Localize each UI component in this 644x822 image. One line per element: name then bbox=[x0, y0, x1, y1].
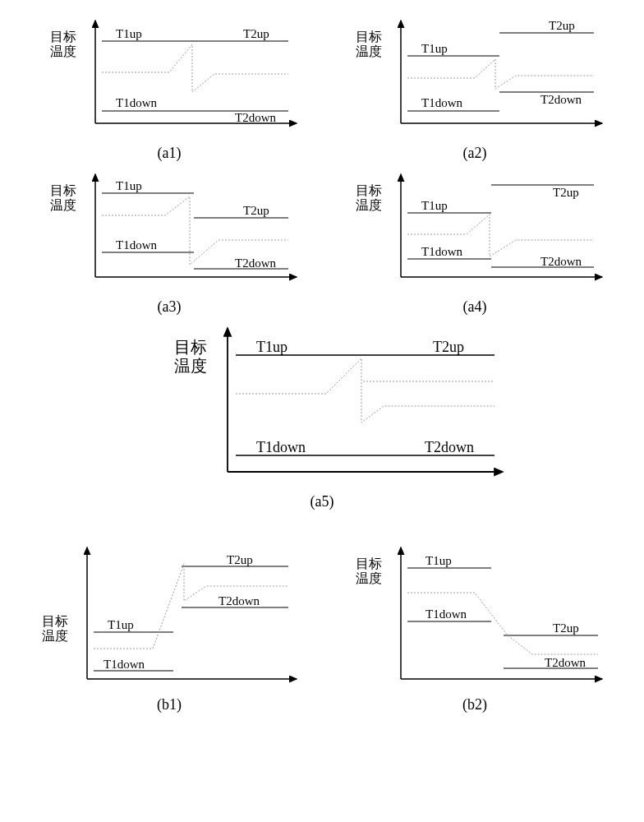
caption-b2: (b2) bbox=[462, 696, 487, 713]
label-t2down: T2down bbox=[235, 111, 276, 124]
ylabel2: 温度 bbox=[42, 629, 68, 643]
panel-b1: 目标 温度 T1up T1down T2up T2down (b1) bbox=[38, 543, 301, 713]
label-t1down: T1down bbox=[104, 658, 145, 671]
plot-b1: 目标 温度 T1up T1down T2up T2down bbox=[38, 543, 301, 691]
label-t2up: T2up bbox=[433, 339, 464, 355]
ylabel2: 温度 bbox=[356, 198, 382, 212]
plot-a3: 目标 温度 T1up T1down T2up T2down bbox=[38, 170, 301, 293]
ylabel: 目标 bbox=[356, 556, 382, 570]
ylabel2: 温度 bbox=[356, 571, 382, 585]
label-t1up: T1up bbox=[421, 42, 448, 55]
plot-b2: 目标 温度 T1up T1down T2up T2down bbox=[343, 543, 606, 691]
panel-a1: 目标 温度 T1up T1down T2up T2down (a1) bbox=[38, 16, 301, 162]
label-t1up: T1up bbox=[426, 554, 452, 567]
caption-a5: (a5) bbox=[310, 493, 334, 510]
ylabel2: 温度 bbox=[356, 44, 382, 58]
caption-a2: (a2) bbox=[463, 145, 487, 162]
panel-a2: 目标 温度 T1up T1down T2up T2down (a2) bbox=[343, 16, 606, 162]
label-t2down: T2down bbox=[425, 439, 474, 455]
label-t2down: T2down bbox=[218, 594, 260, 607]
ylabel: 目标 bbox=[42, 614, 68, 628]
label-t1down: T1down bbox=[421, 96, 462, 109]
label-t2up: T2up bbox=[553, 186, 579, 199]
label-t1up: T1up bbox=[108, 618, 134, 631]
label-t2down: T2down bbox=[540, 93, 582, 106]
ylabel: 目标 bbox=[174, 338, 207, 356]
ylabel2: 温度 bbox=[50, 198, 76, 212]
label-t1down: T1down bbox=[421, 245, 462, 258]
plot-a1: 目标 温度 T1up T1down T2up T2down bbox=[38, 16, 301, 140]
plot-a5: 目标 温度 T1up T1down T2up T2down bbox=[137, 324, 507, 488]
ylabel: 目标 bbox=[50, 30, 76, 44]
label-t2up: T2up bbox=[243, 27, 269, 40]
ylabel2: 温度 bbox=[174, 357, 207, 375]
plot-a2: 目标 温度 T1up T1down T2up T2down bbox=[343, 16, 606, 140]
panel-a5: 目标 温度 T1up T1down T2up T2down (a5) bbox=[137, 324, 507, 510]
label-t2up: T2up bbox=[549, 19, 575, 32]
ylabel: 目标 bbox=[50, 183, 76, 197]
ylabel: 目标 bbox=[356, 30, 382, 44]
panel-b2: 目标 温度 T1up T1down T2up T2down (b2) bbox=[343, 543, 606, 713]
label-t1up: T1up bbox=[116, 27, 142, 40]
caption-b1: (b1) bbox=[157, 696, 182, 713]
label-t1up: T1up bbox=[421, 199, 448, 212]
label-t1down: T1down bbox=[426, 607, 467, 621]
label-t1down: T1down bbox=[116, 238, 157, 252]
label-t2up: T2up bbox=[553, 621, 579, 635]
label-t1up: T1up bbox=[256, 339, 288, 355]
label-t2down: T2down bbox=[540, 255, 582, 268]
caption-a4: (a4) bbox=[463, 298, 487, 316]
ylabel2: 温度 bbox=[50, 44, 76, 58]
label-t2down: T2down bbox=[545, 656, 586, 669]
ylabel: 目标 bbox=[356, 183, 382, 197]
panel-a3: 目标 温度 T1up T1down T2up T2down (a3) bbox=[38, 170, 301, 316]
panel-a4: 目标 温度 T1up T1down T2up T2down (a4) bbox=[343, 170, 606, 316]
caption-a3: (a3) bbox=[158, 298, 182, 316]
plot-a4: 目标 温度 T1up T1down T2up T2down bbox=[343, 170, 606, 293]
label-t1down: T1down bbox=[256, 439, 306, 455]
label-t2up: T2up bbox=[243, 204, 269, 217]
label-t1up: T1up bbox=[116, 179, 142, 192]
label-t2down: T2down bbox=[235, 256, 276, 270]
label-t2up: T2up bbox=[227, 553, 253, 566]
label-t1down: T1down bbox=[116, 96, 157, 109]
caption-a1: (a1) bbox=[158, 145, 182, 162]
